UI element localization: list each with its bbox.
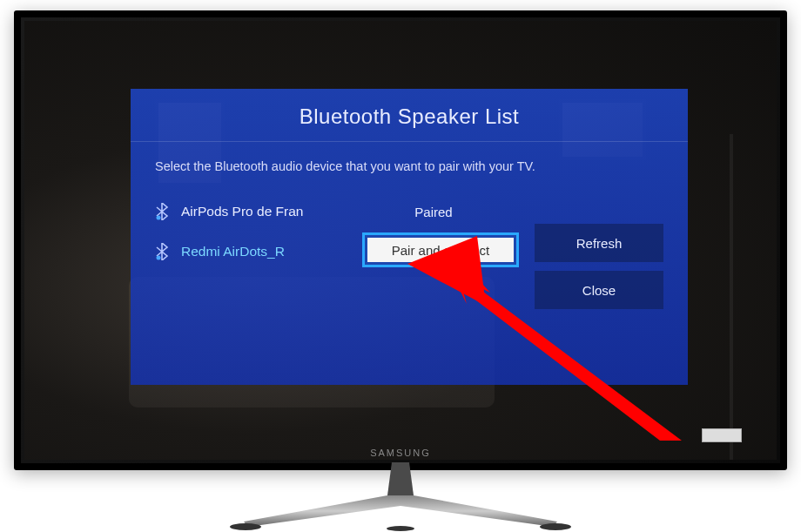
svg-point-6 (387, 526, 414, 531)
device-name: AirPods Pro de Fran (181, 204, 364, 219)
tv-sticker (702, 428, 742, 442)
tv-brand-label: SAMSUNG (370, 448, 431, 458)
tv-stand (209, 462, 592, 532)
svg-point-4 (230, 523, 261, 530)
bluetooth-icon (155, 203, 169, 220)
svg-point-0 (157, 216, 161, 220)
bluetooth-speaker-panel: Bluetooth Speaker List Select the Blueto… (131, 89, 688, 385)
panel-instruction: Select the Bluetooth audio device that y… (131, 142, 688, 192)
tv-frame: Bluetooth Speaker List Select the Blueto… (14, 10, 787, 470)
svg-point-5 (540, 523, 571, 530)
device-name: Redmi AirDots_R (181, 244, 364, 259)
refresh-button[interactable]: Refresh (535, 224, 663, 262)
panel-title: Bluetooth Speaker List (131, 89, 688, 142)
close-button[interactable]: Close (535, 271, 663, 309)
svg-point-1 (157, 256, 161, 260)
bluetooth-icon (155, 243, 169, 260)
device-status: Paired (364, 205, 503, 219)
pair-connect-highlight: Pair and connect (362, 232, 519, 267)
tv-screen: Bluetooth Speaker List Select the Blueto… (24, 21, 777, 460)
pair-and-connect-button[interactable]: Pair and connect (367, 238, 514, 262)
